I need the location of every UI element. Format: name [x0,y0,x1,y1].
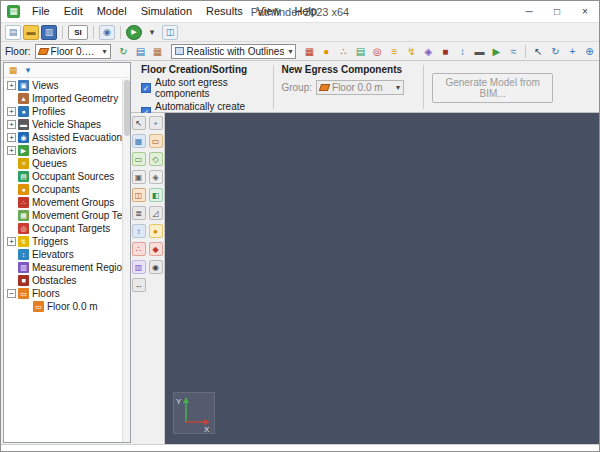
show-targets-icon[interactable]: ◎ [369,44,385,59]
door-tool-icon[interactable]: ◫ [132,188,146,202]
orbit-mode-icon[interactable]: ↻ [547,44,563,59]
sidebar-item-obstacles[interactable]: ■ Obstacles [4,274,122,287]
add-background-image-tool-icon[interactable]: ▦ [132,134,146,148]
floor-options-icon[interactable]: ▦ [150,44,166,59]
sidebar-item-movement-groups[interactable]: ∴ Movement Groups [4,196,122,209]
floor-select[interactable]: Floor 0.0 m ▾ [35,44,111,59]
model-views-icon[interactable]: ▦ [7,64,19,76]
measure-distance-tool-icon[interactable]: ↔ [132,278,146,292]
generate-model-from-bim-button[interactable]: Generate Model from BIM... [432,73,553,103]
chevron-down-icon: ▾ [99,47,107,56]
sidebar-item-measurement-regions[interactable]: ▥ Measurement Regions [4,261,122,274]
toolbar-icon-glyph: ∴ [340,46,346,57]
sidebar-item-movement-group-templates[interactable]: ▦ Movement Group Templates [4,209,122,222]
tree-expander[interactable]: + [7,146,16,155]
render-style-select[interactable]: Realistic with Outlines ▾ [171,44,297,59]
exit-door-tool-icon[interactable]: ◧ [149,188,163,202]
room-polygon-tool-icon[interactable]: ◇ [149,152,163,166]
occupant-tool-icon[interactable]: ● [149,224,163,238]
tree-expander[interactable]: + [7,133,16,142]
refresh-floors-icon[interactable]: ↻ [116,44,132,59]
show-measurements-icon[interactable]: ◈ [420,44,436,59]
elevator-tool-icon[interactable]: ↕ [132,224,146,238]
sidebar-item-floors[interactable]: − ▭ Floors [4,287,122,300]
ramp-tool-icon[interactable]: ◿ [149,206,163,220]
save-icon[interactable]: ▥ [41,25,57,40]
sidebar-item-views[interactable]: + ▣ Views [4,79,122,92]
sidebar-item-behaviors[interactable]: + ▶ Behaviors [4,144,122,157]
measurement-region-tool-icon[interactable]: ▥ [132,260,146,274]
maximize-button[interactable]: □ [543,1,571,22]
title-bar: ▦ File Edit Model Simulation Results Vie… [1,1,599,23]
run-options-icon[interactable]: ▾ [144,25,160,40]
group-select[interactable]: Floor 0.0 m ▾ [316,80,404,95]
si-units-button[interactable]: SI [68,25,88,40]
panel-options-icon[interactable]: ▾ [22,64,34,76]
waypoint-tool-icon[interactable]: ◆ [149,242,163,256]
auto-sort-checkbox[interactable]: ✓ [141,83,151,93]
menu-item-simulation[interactable]: Simulation [134,1,199,22]
sidebar-item-occupant-sources[interactable]: ▤ Occupant Sources [4,170,122,183]
occupant-group-tool-icon[interactable]: ∴ [132,242,146,256]
select-tool-icon[interactable]: ↖ [132,116,146,130]
sidebar-item-queues[interactable]: ≡ Queues [4,157,122,170]
menu-item-file[interactable]: File [25,1,57,22]
run-simulation-icon[interactable]: ▶ [126,25,142,40]
show-vehicles-icon[interactable]: ▬ [471,44,487,59]
menu-item-edit[interactable]: Edit [57,1,90,22]
move-objects-tool-icon[interactable]: + [149,116,163,130]
select-mode-icon[interactable]: ↖ [530,44,546,59]
close-button[interactable]: × [571,1,599,22]
show-groups-icon[interactable]: ∴ [335,44,351,59]
tree-expander[interactable]: + [7,107,16,116]
hole-rectangle-tool-icon[interactable]: ▣ [132,170,146,184]
show-navmesh-icon[interactable]: ▦ [301,44,317,59]
show-paths-icon[interactable]: ≈ [505,44,521,59]
sidebar-item-floor-0[interactable]: ▭ Floor 0.0 m [4,300,122,313]
hole-polygon-tool-icon[interactable]: ◈ [149,170,163,184]
sidebar-item-imported-geometry[interactable]: ▲ Imported Geometry [4,92,122,105]
stairs-tool-icon[interactable]: ≣ [132,206,146,220]
tree-expander[interactable]: − [7,289,16,298]
3d-viewport[interactable]: Y X [165,113,599,444]
menu-item-model[interactable]: Model [90,1,134,22]
screenshot-icon[interactable]: ◉ [99,25,115,40]
show-elevators-icon[interactable]: ↕ [454,44,470,59]
pan-mode-icon[interactable]: + [564,44,580,59]
sidebar-item-occupants[interactable]: ● Occupants [4,183,122,196]
toolbar-separator [62,26,63,39]
sidebar-item-vehicle-shapes[interactable]: + ▬ Vehicle Shapes [4,118,122,131]
sidebar-item-assisted-evacuation-teams[interactable]: + ◉ Assisted Evacuation Teams [4,131,122,144]
minimize-button[interactable]: ─ [515,1,543,22]
sidebar-item-profiles[interactable]: + ● Profiles [4,105,122,118]
floor-creation-panel: Floor Creation/Sorting ✓ Auto sort egres… [141,64,261,112]
view-toolbar: Floor: Floor 0.0 m ▾ ↻ ▤ ▦ Real [1,42,599,61]
show-queues-icon[interactable]: ≡ [386,44,402,59]
tree-expander[interactable]: + [7,237,16,246]
tree-scrollbar[interactable] [122,79,130,442]
room-rectangle-tool-icon[interactable]: ▭ [132,152,146,166]
toolbar-icon-glyph: ■ [442,46,448,57]
tree-expander[interactable]: + [7,81,16,90]
view-results-icon[interactable]: ◫ [162,25,178,40]
show-occupants-icon[interactable]: ● [318,44,334,59]
show-all-floors-icon[interactable]: ▤ [133,44,149,59]
toolbar-separator [120,26,121,39]
show-sources-icon[interactable]: ▤ [352,44,368,59]
zoom-mode-icon[interactable]: ⊕ [581,44,597,59]
camera-tool-icon[interactable]: ◉ [149,260,163,274]
occupant-sources-icon: ▤ [18,171,29,182]
tree-item-label: Elevators [32,249,74,260]
scrollbar-thumb[interactable] [124,80,130,136]
sidebar-item-triggers[interactable]: + ↯ Triggers [4,235,122,248]
show-triggers-icon[interactable]: ↯ [403,44,419,59]
show-obstacles-icon[interactable]: ■ [437,44,453,59]
menu-item-results[interactable]: Results [199,1,250,22]
new-file-icon[interactable]: ▤ [5,25,21,40]
sidebar-item-elevators[interactable]: ↕ Elevators [4,248,122,261]
show-behaviors-icon[interactable]: ▶ [488,44,504,59]
open-folder-icon[interactable]: ▬ [23,25,39,40]
new-floor-tool-icon[interactable]: ▭ [149,134,163,148]
sidebar-item-occupant-targets[interactable]: ◎ Occupant Targets [4,222,122,235]
tree-expander[interactable]: + [7,120,16,129]
